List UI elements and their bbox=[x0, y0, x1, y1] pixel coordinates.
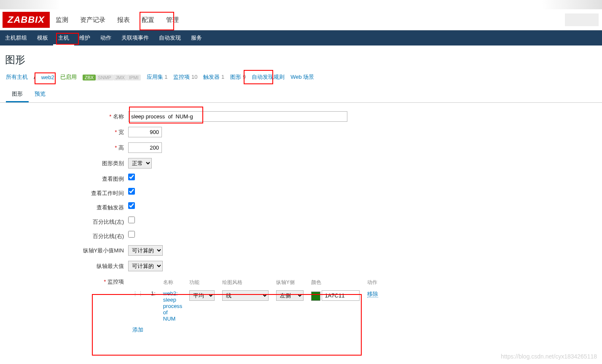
cb-triggers[interactable] bbox=[128, 202, 135, 209]
form-tabs: 图形 预览 bbox=[0, 87, 602, 103]
subnav-discovery[interactable]: 自动发现 bbox=[154, 30, 186, 46]
label-type: 图形类别 bbox=[6, 158, 128, 167]
apps-link[interactable]: 应用集 bbox=[147, 74, 163, 80]
nav-config[interactable]: 配置 bbox=[136, 9, 160, 30]
graphs-count: 9 bbox=[243, 74, 246, 80]
nav-inventory[interactable]: 资产记录 bbox=[74, 9, 111, 30]
cb-worktime[interactable] bbox=[128, 188, 135, 195]
drag-handle-icon[interactable]: ⋮⋮ bbox=[132, 290, 143, 297]
input-name[interactable] bbox=[128, 111, 347, 122]
label-worktime: 查看工作时间 bbox=[6, 188, 128, 197]
subnav-templates[interactable]: 模板 bbox=[32, 30, 53, 46]
badge-ipmi: IPMI bbox=[127, 75, 141, 80]
breadcrumb-sep: / bbox=[34, 74, 35, 80]
select-yaxis[interactable]: 左侧 bbox=[276, 290, 304, 301]
label-items: 监控项 bbox=[6, 276, 128, 286]
th-func: 功能 bbox=[186, 277, 218, 288]
th-style: 绘图风格 bbox=[219, 277, 272, 288]
table-row: ⋮⋮ 1: web2: sleep process of NUM 平均 线 左侧… bbox=[129, 289, 382, 324]
select-ymin[interactable]: 可计算的 bbox=[128, 245, 163, 256]
page-title: 图形 bbox=[0, 46, 602, 69]
tab-graph[interactable]: 图形 bbox=[6, 87, 29, 102]
label-pctleft: 百分比线(左) bbox=[6, 217, 128, 226]
color-swatch[interactable] bbox=[311, 292, 320, 301]
nav-admin[interactable]: 管理 bbox=[160, 9, 185, 30]
subnav-hostgroups[interactable]: 主机群组 bbox=[0, 30, 32, 46]
tab-preview[interactable]: 预览 bbox=[29, 87, 51, 102]
apps-count: 1 bbox=[164, 74, 167, 80]
nav-monitor[interactable]: 监测 bbox=[50, 9, 74, 30]
logo: ZABBIX bbox=[3, 12, 50, 28]
items-table: 名称 功能 绘图风格 纵轴Y侧 颜色 动作 ⋮⋮ 1: web2: sleep … bbox=[128, 276, 382, 336]
badge-jmx: JMX bbox=[113, 75, 127, 80]
row-index: 1: bbox=[148, 289, 159, 324]
label-ymax: 纵轴最大值 bbox=[6, 261, 128, 270]
badge-zbx: ZBX bbox=[83, 75, 96, 80]
input-color[interactable] bbox=[322, 290, 360, 301]
label-pctright: 百分比线(右) bbox=[6, 231, 128, 240]
subnav-maintenance[interactable]: 维护 bbox=[74, 30, 95, 46]
th-name: 名称 bbox=[160, 277, 185, 288]
web-link[interactable]: Web 场景 bbox=[290, 73, 314, 81]
label-legend: 查看图例 bbox=[6, 174, 128, 183]
discovery-link[interactable]: 自动发现规则 bbox=[252, 73, 285, 81]
remove-link[interactable]: 移除 bbox=[367, 291, 378, 297]
graph-form: 名称 宽 高 图形类别 正常 查看图例 查看工作时间 查看触发器 百分比线(左)… bbox=[0, 103, 602, 350]
main-nav: ZABBIX 监测 资产记录 报表 配置 管理 bbox=[0, 9, 602, 30]
select-style[interactable]: 线 bbox=[222, 290, 269, 301]
all-hosts-link[interactable]: 所有主机 bbox=[6, 73, 28, 81]
add-item-link[interactable]: 添加 bbox=[132, 327, 143, 333]
search-box[interactable] bbox=[565, 13, 599, 26]
input-height[interactable] bbox=[128, 142, 162, 153]
label-triggers: 查看触发器 bbox=[6, 202, 128, 211]
items-link[interactable]: 监控项 bbox=[173, 74, 190, 80]
browser-strip bbox=[0, 0, 602, 9]
item-name-link[interactable]: web2: sleep process of NUM bbox=[163, 290, 183, 322]
th-yaxis: 纵轴Y侧 bbox=[273, 277, 307, 288]
cb-legend[interactable] bbox=[128, 174, 135, 180]
enabled-label: 已启用 bbox=[60, 73, 77, 81]
badge-snmp: SNMP bbox=[96, 75, 113, 80]
triggers-link[interactable]: 触发器 bbox=[203, 74, 220, 80]
label-ymin: 纵轴Y最小值MIN bbox=[6, 245, 128, 254]
nav-reports[interactable]: 报表 bbox=[111, 9, 136, 30]
triggers-count: 1 bbox=[221, 74, 224, 80]
label-width: 宽 bbox=[6, 127, 128, 136]
select-ymax[interactable]: 可计算的 bbox=[128, 261, 163, 271]
subnav-correlation[interactable]: 关联项事件 bbox=[116, 30, 154, 46]
host-bar: 所有主机 / web2 已启用 ZBXSNMPJMXIPMI 应用集 1 监控项… bbox=[0, 69, 602, 85]
select-type[interactable]: 正常 bbox=[128, 158, 152, 169]
select-func[interactable]: 平均 bbox=[189, 290, 215, 301]
label-name: 名称 bbox=[6, 111, 128, 120]
th-action: 动作 bbox=[364, 277, 382, 288]
graphs-link[interactable]: 图形 bbox=[230, 74, 241, 80]
th-color: 颜色 bbox=[308, 277, 363, 288]
cb-pctright[interactable] bbox=[128, 231, 135, 238]
input-width[interactable] bbox=[128, 127, 162, 137]
label-height: 高 bbox=[6, 142, 128, 152]
sub-nav: 主机群组 模板 主机 维护 动作 关联项事件 自动发现 服务 bbox=[0, 30, 602, 46]
subnav-actions[interactable]: 动作 bbox=[95, 30, 116, 46]
items-count: 10 bbox=[191, 74, 197, 80]
subnav-services[interactable]: 服务 bbox=[186, 30, 207, 46]
host-link[interactable]: web2 bbox=[41, 74, 54, 80]
cb-pctleft[interactable] bbox=[128, 217, 135, 223]
subnav-hosts[interactable]: 主机 bbox=[53, 30, 74, 46]
